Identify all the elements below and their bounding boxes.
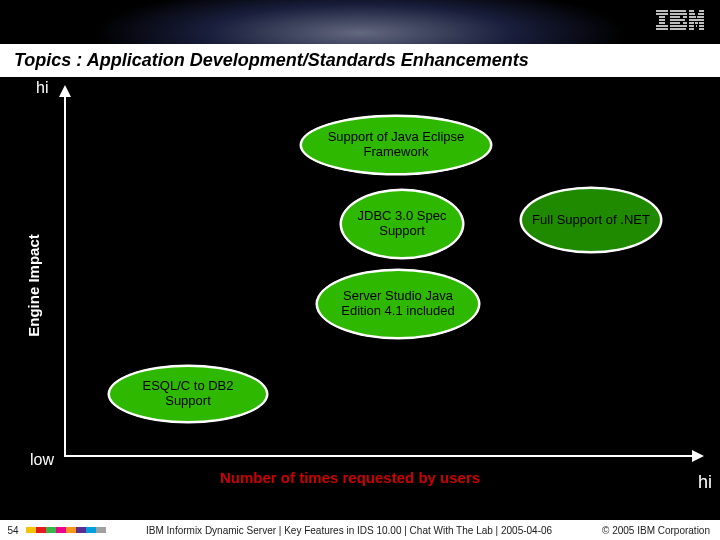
svg-rect-3 — [659, 19, 665, 21]
chart-area: hi low hi Engine Impact Number of times … — [0, 77, 720, 495]
ibm-logo-icon — [656, 10, 704, 30]
svg-rect-18 — [689, 13, 695, 15]
ibm-logo — [656, 10, 704, 30]
svg-rect-12 — [670, 22, 680, 24]
color-chip — [86, 527, 96, 533]
svg-rect-16 — [689, 10, 694, 12]
y-axis-title: Engine Impact — [25, 234, 42, 337]
svg-rect-13 — [683, 22, 687, 24]
footer-copyright: © 2005 IBM Corporation — [602, 525, 710, 536]
svg-rect-21 — [697, 16, 704, 18]
top-banner — [0, 0, 720, 44]
svg-rect-5 — [656, 25, 668, 27]
svg-rect-7 — [670, 10, 686, 12]
footer-text: IBM Informix Dynamic Server | Key Featur… — [146, 525, 552, 536]
svg-rect-10 — [683, 16, 687, 18]
y-axis-line — [64, 87, 66, 455]
bubble-esqlc: ESQL/C to DB2 Support — [108, 365, 268, 423]
color-chip — [36, 527, 46, 533]
x-axis-line — [64, 455, 702, 457]
svg-rect-23 — [689, 22, 694, 24]
footer: 54 IBM Informix Dynamic Server | Key Fea… — [0, 520, 720, 540]
svg-rect-19 — [698, 13, 704, 15]
x-axis — [64, 455, 702, 457]
svg-rect-25 — [699, 22, 704, 24]
page-title: Topics : Application Development/Standar… — [14, 50, 706, 71]
color-chip — [66, 527, 76, 533]
color-chip — [26, 527, 36, 533]
svg-rect-11 — [670, 19, 685, 21]
bubble-server-studio: Server Studio Java Edition 4.1 included — [316, 269, 480, 339]
svg-rect-17 — [699, 10, 704, 12]
arrow-up-icon — [59, 85, 71, 97]
bubble-java-eclipse: Support of Java Eclipse Framework — [300, 115, 492, 175]
svg-rect-22 — [689, 19, 704, 21]
svg-rect-20 — [689, 16, 696, 18]
svg-rect-26 — [689, 25, 694, 27]
color-chip — [76, 527, 86, 533]
origin-low-label: low — [30, 451, 54, 469]
svg-rect-0 — [656, 10, 668, 12]
svg-rect-15 — [670, 28, 686, 30]
bubble-jdbc: JDBC 3.0 Spec Support — [340, 189, 464, 259]
svg-rect-9 — [670, 16, 680, 18]
title-bar: Topics : Application Development/Standar… — [0, 44, 720, 77]
svg-rect-28 — [699, 25, 704, 27]
color-strip — [26, 527, 106, 533]
slide-number: 54 — [0, 520, 26, 540]
svg-rect-6 — [656, 28, 668, 30]
x-axis-title: Number of times requested by users — [220, 469, 480, 486]
color-chip — [56, 527, 66, 533]
color-chip — [96, 527, 106, 533]
svg-rect-2 — [659, 16, 665, 18]
color-chip — [46, 527, 56, 533]
svg-rect-1 — [656, 13, 668, 15]
svg-rect-27 — [696, 25, 697, 27]
svg-rect-4 — [659, 22, 665, 24]
y-axis-hi-label: hi — [36, 79, 48, 97]
svg-rect-24 — [695, 22, 698, 24]
svg-rect-14 — [670, 25, 687, 27]
arrow-right-icon — [692, 450, 704, 462]
bubble-dotnet: Full Support of .NET — [520, 187, 662, 253]
x-axis-hi-label: hi — [698, 472, 712, 493]
svg-rect-8 — [670, 13, 687, 15]
svg-rect-29 — [689, 28, 694, 30]
svg-rect-30 — [699, 28, 704, 30]
